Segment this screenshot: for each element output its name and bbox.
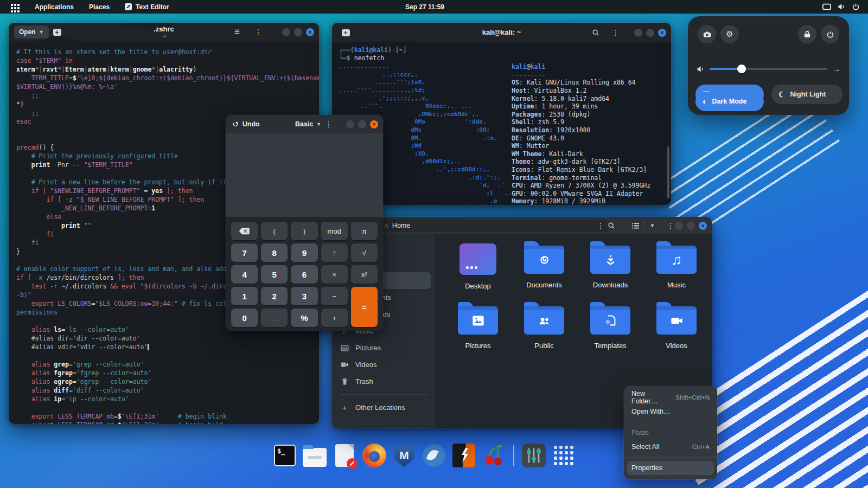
close-button[interactable]: × — [699, 222, 707, 230]
mode-dropdown[interactable]: Basic ▼ — [295, 115, 321, 133]
search-icon[interactable] — [590, 27, 602, 38]
calc-key-6[interactable]: 6 — [291, 265, 317, 284]
search-icon[interactable] — [608, 217, 615, 234]
calc-key-[interactable]: % — [291, 309, 317, 327]
kebab-menu-icon[interactable]: ⋮ — [323, 118, 335, 130]
view-toggle-button[interactable]: ▼ — [631, 217, 655, 234]
volume-expand-icon[interactable]: → — [833, 65, 840, 73]
maximize-button[interactable] — [687, 222, 695, 230]
dark-mode-toggle[interactable]: ◐ Dark Mode — [695, 92, 764, 111]
kali-menu-icon[interactable] — [11, 4, 13, 6]
scrollbar-thumb[interactable] — [667, 146, 669, 198]
volume-slider[interactable]: → — [697, 64, 840, 74]
dock-item-terminal[interactable]: $_ — [272, 442, 297, 469]
calculator-display[interactable] — [226, 133, 383, 217]
menu-applications[interactable]: Applications — [27, 0, 81, 14]
menu-item-select-all[interactable]: Select AllCtrl+A — [627, 440, 714, 454]
calc-key-4[interactable]: 4 — [231, 265, 258, 284]
folder-templates[interactable]: Templates — [577, 300, 643, 350]
files-titlebar[interactable]: ⌂ Home ⋮ ▼ ⋮ × — [332, 217, 712, 234]
folder-downloads[interactable]: Downloads — [577, 239, 643, 290]
new-tab-button[interactable]: + — [340, 27, 352, 38]
close-button[interactable]: × — [370, 120, 378, 129]
minimize-button[interactable] — [634, 29, 642, 37]
dock-item-app-grid[interactable] — [551, 442, 576, 469]
calc-key-[interactable]: √ — [351, 243, 378, 262]
calculator-titlebar[interactable]: ↺ Undo Basic ▼ ⋮ × — [226, 115, 383, 133]
night-light-label: Night Light — [790, 91, 826, 98]
menu-item-new-folder[interactable]: New Folder…Shift+Ctrl+N — [627, 390, 714, 404]
calc-key-[interactable]: = — [351, 287, 378, 327]
menu-places[interactable]: Places — [81, 0, 117, 14]
close-button[interactable]: × — [658, 29, 666, 37]
system-status-area[interactable] — [822, 3, 868, 10]
dock-item-burpsuite[interactable] — [451, 442, 476, 469]
dock-item-metasploit[interactable]: M — [392, 442, 417, 469]
night-light-toggle[interactable]: ☾ Night Light — [771, 85, 843, 104]
power-button[interactable] — [821, 25, 839, 43]
maximize-button[interactable] — [358, 120, 366, 129]
kebab-menu-icon[interactable]: ⋮ — [252, 26, 264, 38]
folder-desktop[interactable]: Desktop — [445, 239, 511, 290]
sidebar-item-pictures[interactable]: Pictures — [336, 339, 431, 356]
terminal-titlebar[interactable]: + kali@kali: ~ ⋮ × — [332, 23, 671, 42]
lines-menu-icon[interactable]: ≡ — [231, 26, 243, 38]
dock-item-text-editor[interactable] — [332, 442, 357, 469]
dock-item-cherrytree[interactable] — [481, 442, 506, 469]
power-icon — [827, 31, 834, 38]
calc-key-[interactable]: . — [261, 309, 288, 327]
calc-key-[interactable]: ( — [261, 222, 288, 240]
path-kebab-icon[interactable]: ⋮ — [597, 221, 604, 230]
calc-key-[interactable]: − — [321, 287, 348, 305]
calc-key-[interactable]: π — [351, 222, 378, 240]
calc-key-5[interactable]: 5 — [261, 265, 288, 284]
calc-key-[interactable]: × — [321, 265, 348, 284]
new-document-button[interactable]: + — [51, 26, 63, 38]
kebab-menu-icon[interactable]: ⋮ — [610, 27, 622, 38]
close-button[interactable]: × — [306, 28, 314, 36]
maximize-button[interactable] — [646, 29, 654, 37]
open-button[interactable]: Open ▼ — [14, 25, 49, 38]
minimize-button[interactable] — [675, 222, 683, 230]
calc-key-mod[interactable]: mod — [321, 222, 348, 240]
volume-track[interactable] — [710, 68, 827, 70]
minimize-button[interactable] — [346, 120, 354, 129]
sidebar-item-trash[interactable]: Trash — [336, 373, 431, 390]
folder-public[interactable]: Public — [511, 300, 577, 350]
calc-key-1[interactable]: 1 — [231, 287, 258, 305]
calc-key-[interactable]: ) — [291, 222, 317, 240]
calc-key-2[interactable]: 2 — [261, 287, 288, 305]
minimize-button[interactable] — [282, 28, 290, 36]
folder-videos[interactable]: Videos — [643, 300, 710, 350]
dock-item-tweaks[interactable] — [521, 442, 546, 469]
folder-documents[interactable]: Documents — [511, 239, 577, 290]
undo-button[interactable]: ↺ Undo — [232, 115, 260, 133]
sidebar-item-other-locations[interactable]: +Other Locations — [336, 399, 431, 416]
calc-key-[interactable]: + — [321, 309, 348, 327]
maximize-button[interactable] — [294, 28, 302, 36]
dock-item-wireshark[interactable] — [422, 442, 446, 469]
lock-button[interactable] — [798, 25, 816, 43]
volume-knob[interactable] — [737, 65, 746, 73]
settings-button[interactable]: ⚙ — [720, 25, 739, 43]
dock-item-files[interactable] — [302, 442, 327, 469]
calc-key-x[interactable]: x² — [351, 265, 378, 284]
folder-music[interactable]: ♫Music — [643, 239, 710, 290]
calc-key-7[interactable]: 7 — [231, 243, 258, 262]
calc-key-9[interactable]: 9 — [291, 243, 317, 262]
calc-key-3[interactable]: 3 — [291, 287, 317, 305]
path-bar[interactable]: ⌂ Home ⋮ — [380, 219, 609, 232]
screenshot-button[interactable] — [698, 25, 716, 43]
folder-pictures[interactable]: Pictures — [445, 300, 511, 350]
text-editor-titlebar[interactable]: Open ▼ + .zshrc ~/ ≡ ⋮ × — [9, 23, 319, 41]
menu-item-open-with[interactable]: Open With… — [627, 404, 714, 419]
sidebar-item-videos[interactable]: Videos — [336, 356, 431, 373]
calc-key-8[interactable]: 8 — [261, 243, 288, 262]
menu-item-properties[interactable]: Properties — [627, 461, 714, 475]
calc-key-0[interactable]: 0 — [231, 309, 258, 327]
kebab-menu-icon[interactable]: ⋮ — [667, 217, 674, 234]
calc-key-backspace[interactable] — [231, 222, 258, 240]
dock-item-firefox[interactable] — [362, 442, 387, 469]
menu-text-editor[interactable]: Text Editor — [117, 0, 177, 14]
calc-key-[interactable]: ÷ — [321, 243, 348, 262]
